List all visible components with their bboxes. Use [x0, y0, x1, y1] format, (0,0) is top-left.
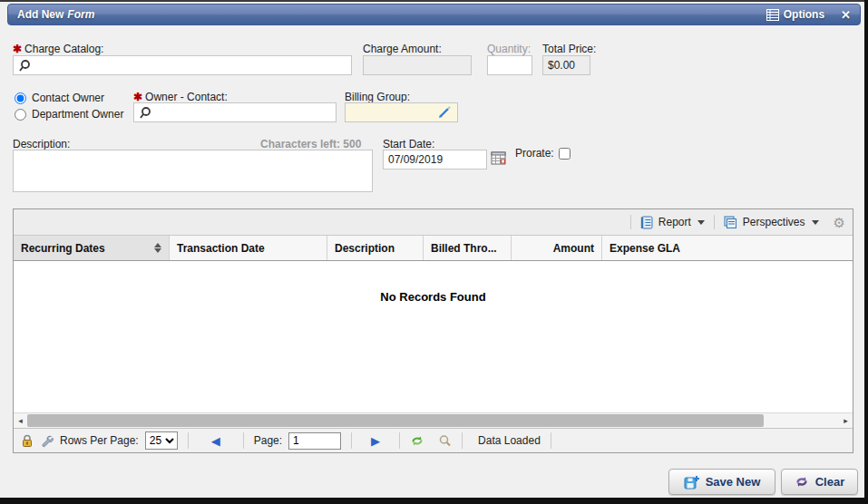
lock-icon[interactable]	[21, 434, 34, 448]
edit-pencil-icon[interactable]	[437, 105, 452, 120]
charge-amount-input	[363, 55, 472, 75]
search-icon	[17, 59, 32, 73]
options-menu-icon	[766, 9, 779, 21]
close-icon[interactable]: ✕	[841, 8, 851, 22]
prorate-checkbox[interactable]	[559, 148, 571, 160]
contact-owner-radio[interactable]	[15, 92, 26, 104]
start-date-input[interactable]	[383, 150, 487, 170]
billing-group-label: Billing Group:	[345, 91, 410, 103]
report-button[interactable]: Report	[635, 214, 710, 231]
report-icon	[640, 216, 654, 229]
column-header-billed-through[interactable]: Billed Thro...	[424, 236, 512, 260]
save-new-label: Save New	[706, 475, 761, 489]
column-header-recurring-dates[interactable]: Recurring Dates	[14, 236, 170, 260]
total-price-label: Total Price:	[542, 43, 596, 55]
total-price-input	[542, 55, 590, 75]
owner-contact-label: ✱Owner - Contact:	[133, 91, 228, 103]
report-label: Report	[658, 216, 691, 228]
grid-pager: Rows Per Page: 25 ◀ Page: ▶	[14, 428, 853, 452]
column-header-transaction-date[interactable]: Transaction Date	[170, 236, 327, 260]
start-date-label: Start Date:	[383, 138, 434, 150]
options-label: Options	[784, 8, 824, 21]
page-label: Page:	[254, 434, 282, 447]
clear-icon	[795, 475, 809, 489]
grid-toolbar: Report Perspectives ⚙	[14, 209, 853, 236]
wrench-icon[interactable]	[40, 434, 54, 448]
data-loaded-status: Data Loaded	[478, 434, 541, 447]
add-new-form-dialog: Add New Form Options ✕ ✱Charge Catalog: …	[0, 0, 868, 504]
next-page-icon[interactable]: ▶	[371, 435, 380, 447]
scroll-left-arrow-icon[interactable]: ◂	[14, 413, 27, 428]
rows-per-page-select[interactable]: 25	[145, 431, 178, 450]
quantity-label: Quantity:	[487, 43, 531, 55]
save-new-icon	[684, 475, 699, 489]
pager-divider	[462, 432, 463, 449]
pager-divider	[551, 432, 551, 449]
sort-icon[interactable]	[154, 243, 161, 253]
calendar-icon[interactable]	[490, 150, 508, 169]
options-button[interactable]: Options	[766, 8, 824, 21]
rows-per-page-label: Rows Per Page:	[60, 434, 139, 447]
required-asterisk: ✱	[13, 43, 22, 55]
department-owner-radio-row[interactable]: Department Owner	[15, 108, 123, 121]
contact-owner-label: Contact Owner	[32, 92, 104, 104]
page-number-input[interactable]	[288, 432, 341, 450]
description-label: Description:	[13, 138, 70, 150]
window-bottom-edge	[0, 498, 868, 504]
pager-divider	[188, 432, 189, 449]
perspectives-button[interactable]: Perspectives	[718, 214, 824, 231]
charge-catalog-label: ✱Charge Catalog:	[13, 43, 103, 55]
description-textarea[interactable]	[13, 150, 373, 192]
clear-button[interactable]: Clear	[781, 469, 858, 495]
column-header-amount[interactable]: Amount	[512, 236, 602, 260]
pager-divider	[243, 432, 244, 449]
horizontal-scrollbar[interactable]: ◂ ▸	[14, 412, 853, 428]
gear-icon[interactable]: ⚙	[834, 216, 845, 229]
prorate-label: Prorate:	[515, 147, 554, 160]
scroll-right-arrow-icon[interactable]: ▸	[839, 413, 853, 428]
no-records-message: No Records Found	[14, 290, 853, 304]
results-grid: Report Perspectives ⚙ Recurring Dates	[13, 208, 853, 453]
clear-label: Clear	[815, 475, 845, 489]
previous-page-icon[interactable]: ◀	[211, 435, 220, 447]
grid-header-row: Recurring Dates Transaction Date Descrip…	[14, 236, 853, 261]
charge-catalog-input[interactable]	[13, 55, 352, 75]
refresh-icon[interactable]	[410, 434, 424, 448]
dialog-titlebar: Add New Form Options ✕	[7, 4, 861, 25]
contact-owner-radio-row[interactable]: Contact Owner	[15, 92, 104, 104]
toolbar-divider	[714, 215, 715, 229]
pager-divider	[351, 432, 352, 449]
window-top-edge	[0, 0, 868, 2]
owner-contact-input[interactable]	[133, 102, 336, 122]
search-records-icon[interactable]	[438, 434, 452, 448]
quantity-input	[487, 55, 532, 75]
save-new-button[interactable]: Save New	[668, 469, 775, 495]
chevron-down-icon	[812, 220, 819, 225]
column-header-expense-gla[interactable]: Expense GLA	[602, 236, 853, 260]
charge-amount-label: Charge Amount:	[363, 43, 442, 55]
department-owner-radio[interactable]	[15, 109, 26, 121]
toolbar-divider	[630, 215, 631, 229]
dialog-title-form-word: Form	[67, 8, 94, 21]
perspectives-icon	[724, 216, 738, 229]
grid-body: No Records Found	[14, 261, 853, 412]
window-right-edge	[864, 0, 868, 504]
scrollbar-thumb[interactable]	[27, 414, 764, 427]
chevron-down-icon	[697, 220, 705, 225]
department-owner-label: Department Owner	[32, 108, 123, 121]
dialog-title: Add New	[17, 8, 63, 21]
prorate-field: Prorate:	[515, 147, 571, 160]
pager-divider	[399, 432, 400, 449]
column-header-description[interactable]: Description	[327, 236, 424, 260]
search-icon	[138, 106, 152, 121]
characters-left-counter: Characters left: 500	[260, 138, 361, 150]
required-asterisk: ✱	[133, 91, 142, 103]
perspectives-label: Perspectives	[743, 216, 805, 228]
